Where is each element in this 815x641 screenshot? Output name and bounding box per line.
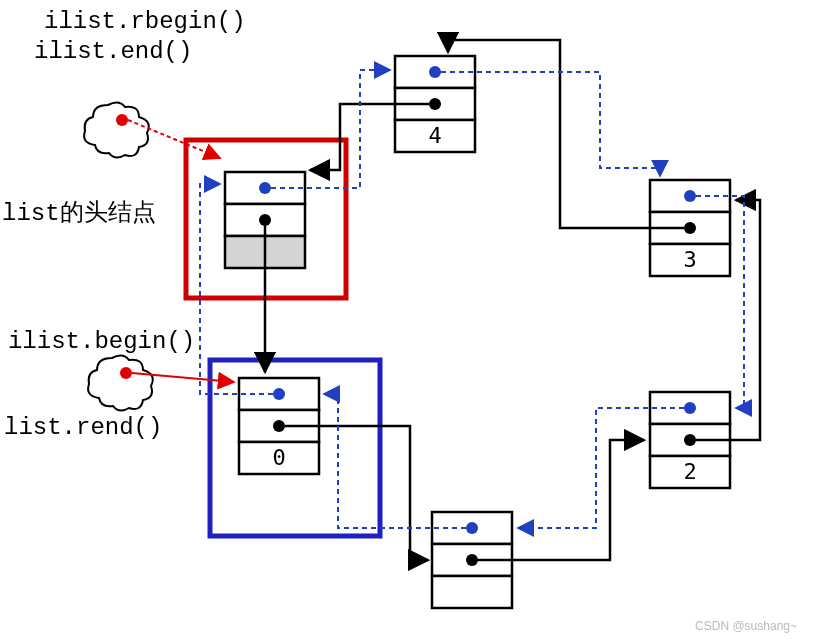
- node-3-value: 3: [683, 247, 696, 272]
- node-2-value: 2: [683, 459, 696, 484]
- dot-next-icon: [259, 214, 271, 226]
- svg-point-21: [684, 402, 696, 414]
- label-end: ilist.end(): [34, 38, 192, 65]
- label-head: list的头结点: [2, 196, 156, 228]
- label-rend: list.rend(): [4, 414, 162, 441]
- svg-point-12: [429, 98, 441, 110]
- ptr-prev-1-0: [324, 394, 466, 528]
- svg-point-7: [273, 420, 285, 432]
- label-rbegin: ilist.rbegin(): [44, 8, 246, 35]
- watermark: CSDN @sushang~: [695, 619, 797, 633]
- svg-point-11: [429, 66, 441, 78]
- svg-point-29: [120, 367, 132, 379]
- svg-point-26: [466, 522, 478, 534]
- label-begin: ilist.begin(): [8, 328, 195, 355]
- dot-prev-icon: [259, 182, 271, 194]
- node-4-value: 4: [428, 123, 441, 148]
- svg-point-16: [684, 190, 696, 202]
- cloud-begin-icon: [88, 355, 153, 410]
- ptr-next-3-4: [448, 40, 684, 228]
- svg-rect-25: [432, 576, 512, 608]
- diagram-canvas: 0 4 3 2: [0, 0, 815, 641]
- svg-point-6: [273, 388, 285, 400]
- cloud-end-icon: [84, 102, 149, 157]
- svg-point-22: [684, 434, 696, 446]
- svg-point-27: [466, 554, 478, 566]
- svg-point-28: [116, 114, 128, 126]
- svg-point-17: [684, 222, 696, 234]
- node-0-value: 0: [272, 445, 285, 470]
